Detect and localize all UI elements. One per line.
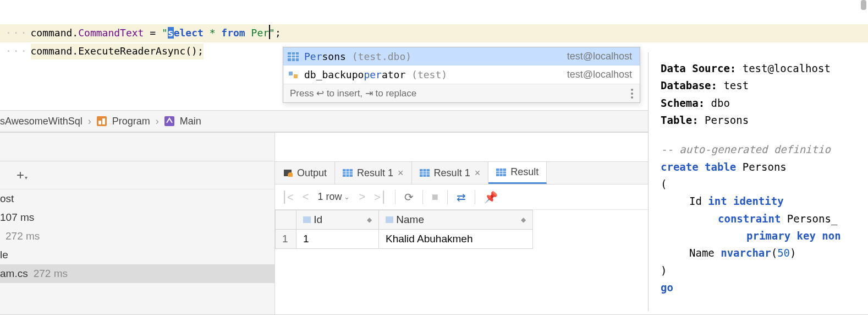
tree-row[interactable]: ost [0, 189, 274, 208]
refresh-icon[interactable]: ⟳ [404, 191, 414, 204]
table-row[interactable]: 1 1 Khalid Abuhakmeh [276, 230, 533, 249]
autocomplete-item-label: db_backupoperator (test) [304, 69, 447, 80]
chevron-right-icon: › [156, 116, 159, 127]
svg-rect-5 [289, 72, 293, 75]
svg-rect-28 [303, 216, 311, 223]
db-label: Database: [661, 79, 717, 91]
add-icon[interactable]: + [17, 167, 24, 183]
last-page-icon[interactable]: >⎮ [374, 191, 386, 204]
autocomplete-hint: Press ↩ to insert, ⇥ to replace [283, 84, 640, 102]
column-header-id[interactable]: Id◆ [296, 210, 379, 230]
tree-row[interactable]: 272 ms [0, 227, 274, 246]
ds-label: Data Source: [661, 62, 736, 74]
column-header-name[interactable]: Name◆ [379, 210, 533, 230]
svg-rect-8 [98, 121, 101, 124]
table-icon [420, 169, 430, 177]
svg-rect-0 [288, 52, 299, 61]
tree-row-selected[interactable]: am.cs272 ms [0, 264, 274, 283]
close-icon[interactable]: × [398, 167, 404, 179]
prev-page-icon[interactable]: < [303, 191, 309, 203]
side-tree-panel: + ost 107 ms 272 ms le am.cs272 ms [0, 132, 275, 315]
side-toolbar: + [0, 161, 274, 189]
breadcrumb-item[interactable]: sAwesomeWithSql [0, 116, 83, 127]
method-icon [164, 116, 174, 126]
sort-icon[interactable]: ◆ [367, 216, 372, 224]
role-icon [288, 70, 299, 79]
rownum-header [276, 210, 296, 230]
autocomplete-item-label: Persons (test.dbo) [304, 51, 411, 62]
db-value: test [717, 79, 749, 91]
editor-scrollbar[interactable] [861, 0, 866, 10]
ddl-comment: -- auto-generated definitio [661, 141, 868, 158]
breadcrumb-item[interactable]: Program [112, 116, 150, 127]
autocomplete-popup: Persons (test.dbo) test@localhost db_bac… [283, 47, 640, 103]
svg-rect-6 [294, 74, 298, 78]
ds-value: test@localhost [736, 62, 831, 74]
stop-icon[interactable]: ■ [432, 191, 438, 203]
tree-row[interactable]: le [0, 246, 274, 264]
cell-id[interactable]: 1 [296, 230, 379, 249]
output-icon [283, 169, 293, 177]
svg-rect-7 [97, 116, 107, 126]
svg-rect-18 [420, 169, 430, 177]
code-text: command.CommandText = "select * from Per… [31, 25, 281, 41]
schema-label: Schema: [661, 97, 705, 109]
table-icon [288, 52, 299, 61]
column-icon [303, 216, 311, 223]
quick-doc-panel: Data Source: test@localhost Database: te… [648, 52, 868, 311]
svg-rect-13 [343, 169, 353, 177]
tab-result-1a[interactable]: Result 1 × [335, 162, 412, 184]
table-icon [343, 169, 353, 177]
breadcrumb-item[interactable]: Main [180, 116, 201, 127]
table-label: Table: [661, 114, 699, 126]
svg-rect-29 [386, 216, 393, 223]
svg-rect-9 [102, 118, 105, 124]
first-page-icon[interactable]: ⎮< [282, 191, 294, 204]
column-icon [386, 216, 393, 223]
autocomplete-item-conn: test@localhost [567, 51, 632, 62]
pin-icon[interactable]: 📌 [484, 191, 498, 204]
autocomplete-item-conn: test@localhost [567, 69, 632, 80]
tree-row[interactable]: 107 ms [0, 208, 274, 227]
table-icon [496, 169, 506, 176]
table-value: Persons [699, 114, 749, 126]
class-icon [97, 116, 107, 126]
schema-value: dbo [705, 97, 730, 109]
row-number: 1 [276, 230, 296, 249]
close-icon[interactable]: × [475, 167, 481, 179]
autocomplete-item-persons[interactable]: Persons (test.dbo) test@localhost [283, 47, 640, 66]
autocomplete-menu-icon[interactable] [631, 89, 633, 99]
compare-icon[interactable]: ⇄ [457, 191, 466, 204]
sort-icon[interactable]: ◆ [521, 216, 526, 224]
svg-rect-23 [496, 169, 506, 176]
cell-name[interactable]: Khalid Abuhakmeh [379, 230, 533, 249]
row-count[interactable]: 1 row ⌄ [317, 191, 350, 203]
chevron-right-icon: › [88, 116, 91, 127]
autocomplete-item-role[interactable]: db_backupoperator (test) test@localhost [283, 66, 640, 84]
code-line-1[interactable]: ··· command.CommandText = "select * from… [0, 24, 868, 42]
tab-result-active[interactable]: Result [488, 162, 547, 184]
next-page-icon[interactable]: > [359, 191, 365, 203]
tab-result-1b[interactable]: Result 1 × [412, 162, 489, 184]
tab-output[interactable]: Output [275, 162, 335, 184]
code-text: command.ExecuteReaderAsync(); [31, 44, 204, 59]
